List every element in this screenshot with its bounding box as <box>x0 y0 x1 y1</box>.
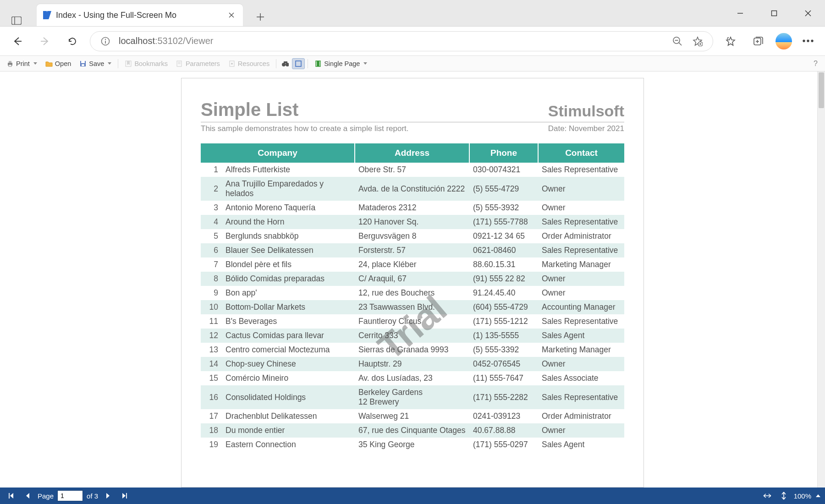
row-address: 23 Tsawwassen Blvd. <box>355 300 469 314</box>
refresh-button[interactable] <box>62 31 82 51</box>
row-address: Berkeley Gardens12 Brewery <box>355 385 469 409</box>
row-phone: (11) 555-7647 <box>469 371 538 385</box>
row-phone: 40.67.88.88 <box>469 423 538 438</box>
svg-point-40 <box>231 63 233 65</box>
save-button[interactable]: Save <box>76 59 115 69</box>
parameters-label: Parameters <box>186 60 220 67</box>
row-num: 10 <box>201 300 222 314</box>
zoom-out-icon[interactable] <box>671 34 684 48</box>
collections-icon[interactable] <box>748 31 768 51</box>
report-date: Date: November 2021 <box>548 124 624 133</box>
row-contact: Sales Representative <box>538 163 624 177</box>
row-contact: Owner <box>538 423 624 438</box>
profile-avatar[interactable] <box>776 33 792 49</box>
row-phone: 91.24.45.40 <box>469 286 538 300</box>
svg-rect-31 <box>9 65 11 66</box>
report-subheader: This sample demonstrates how to create a… <box>201 124 624 133</box>
viewer-body: Simple List Stimulsoft This sample demon… <box>0 71 825 488</box>
separator <box>276 59 276 68</box>
svg-rect-0 <box>12 17 22 25</box>
printer-icon <box>6 60 14 67</box>
table-header-row: Company Address Phone Contact <box>201 143 624 163</box>
page-total: of 3 <box>87 492 98 500</box>
row-company: Blauer See Delikatessen <box>222 243 355 257</box>
fit-width-button[interactable] <box>761 489 774 502</box>
row-address: Walserweg 21 <box>355 409 469 423</box>
report-brand: Stimulsoft <box>548 102 624 120</box>
svg-point-15 <box>105 38 106 39</box>
row-contact: Sales Agent <box>538 438 624 452</box>
site-info-icon[interactable] <box>99 34 112 48</box>
col-header-contact: Contact <box>538 143 624 163</box>
row-company: B's Beverages <box>222 314 355 329</box>
row-phone: (604) 555-4729 <box>469 300 538 314</box>
new-tab-button[interactable] <box>251 8 270 26</box>
fullscreen-button[interactable] <box>292 58 305 69</box>
help-button[interactable]: ? <box>809 58 822 69</box>
close-window-button[interactable] <box>791 0 825 26</box>
open-button[interactable]: Open <box>42 59 75 69</box>
row-address: C/ Araquil, 67 <box>355 272 469 286</box>
row-address: Hauptstr. 29 <box>355 357 469 371</box>
favorites-icon[interactable] <box>720 31 741 51</box>
single-page-icon <box>314 60 322 67</box>
print-label: Print <box>16 60 30 67</box>
table-row: 4Around the Horn120 Hanover Sq.(171) 555… <box>201 215 624 229</box>
browser-title-bar: Index - Using the Full-Screen Mo <box>0 0 825 27</box>
last-page-button[interactable] <box>118 489 131 502</box>
vertical-scrollbar[interactable] <box>817 71 825 488</box>
forward-button[interactable] <box>35 31 55 51</box>
row-company: Consolidated Holdings <box>222 385 355 409</box>
row-address: Obere Str. 57 <box>355 163 469 177</box>
next-page-button[interactable] <box>102 489 115 502</box>
bookmark-icon <box>125 60 132 67</box>
resources-label: Resources <box>238 60 270 67</box>
report-header: Simple List Stimulsoft <box>201 99 624 120</box>
status-bar: Page of 3 100% <box>0 488 825 504</box>
row-num: 9 <box>201 286 222 300</box>
favorite-star-icon[interactable] <box>691 34 704 48</box>
zoom-control[interactable]: 100% <box>794 492 820 500</box>
row-contact: Sales Agent <box>538 329 624 343</box>
row-num: 12 <box>201 329 222 343</box>
minimize-button[interactable] <box>723 0 757 26</box>
first-page-button[interactable] <box>5 489 17 502</box>
row-contact: Marketing Manager <box>538 257 624 272</box>
row-num: 17 <box>201 409 222 423</box>
row-phone: (171) 555-7788 <box>469 215 538 229</box>
find-button[interactable] <box>279 59 291 69</box>
svg-rect-44 <box>296 61 301 66</box>
url-box[interactable]: localhost:53102/Viewer <box>90 31 713 51</box>
print-button[interactable]: Print <box>3 59 41 69</box>
tab-actions-icon[interactable] <box>9 15 24 26</box>
row-company: Bólido Comidas preparadas <box>222 272 355 286</box>
col-header-phone: Phone <box>469 143 538 163</box>
scroll-thumb[interactable] <box>819 72 824 108</box>
table-row: 13Centro comercial MoctezumaSierras de G… <box>201 343 624 357</box>
more-menu-button[interactable]: ••• <box>799 32 818 50</box>
fullscreen-icon <box>295 60 302 67</box>
caret-icon <box>363 62 367 65</box>
tab-close-icon[interactable] <box>226 10 236 20</box>
row-num: 4 <box>201 215 222 229</box>
prev-page-button[interactable] <box>21 489 34 502</box>
browser-tab[interactable]: Index - Using the Full-Screen Mo <box>37 4 243 26</box>
row-phone: 0452-076545 <box>469 357 538 371</box>
page-mode-button[interactable]: Single Page <box>311 59 371 69</box>
separator <box>118 59 118 68</box>
col-header-blank: Company <box>201 143 355 163</box>
row-num: 5 <box>201 229 222 243</box>
fit-height-button[interactable] <box>777 489 790 502</box>
row-phone: (1) 135-5555 <box>469 329 538 343</box>
table-row: 9Bon app'12, rue des Bouchers91.24.45.40… <box>201 286 624 300</box>
page-input[interactable] <box>57 490 83 501</box>
svg-point-42 <box>286 63 289 66</box>
back-button[interactable] <box>7 31 28 51</box>
row-num: 2 <box>201 177 222 201</box>
maximize-button[interactable] <box>757 0 791 26</box>
open-label: Open <box>55 60 71 67</box>
row-num: 6 <box>201 243 222 257</box>
resources-button: Resources <box>225 59 273 69</box>
table-row: 2Ana Trujillo Emparedados y heladosAvda.… <box>201 177 624 201</box>
caret-up-icon <box>816 494 820 497</box>
